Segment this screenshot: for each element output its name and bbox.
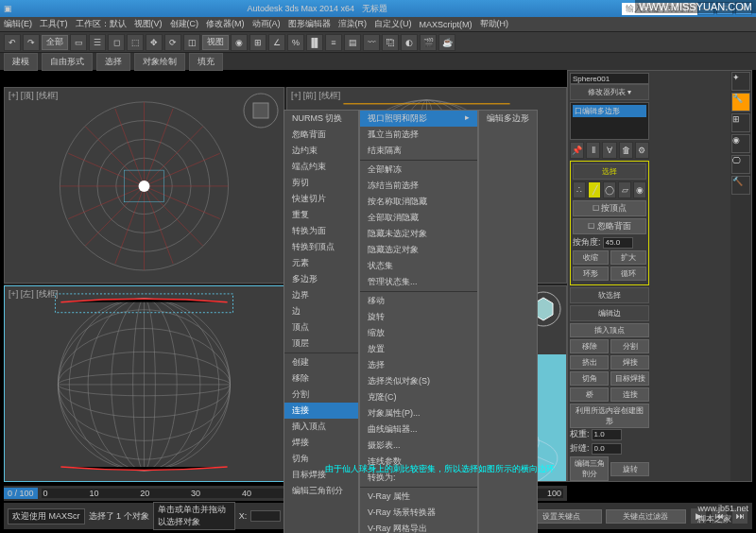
- split-button[interactable]: 分割: [610, 339, 649, 353]
- scale-button[interactable]: ◫: [183, 34, 200, 51]
- tab-create-icon[interactable]: ✦: [731, 72, 750, 91]
- ctx-item[interactable]: 顶层: [284, 335, 358, 352]
- modifier-list-label[interactable]: 修改器列表 ▾: [570, 84, 649, 100]
- menu-workspace[interactable]: 工作区：默认: [76, 18, 127, 30]
- angle-input[interactable]: [603, 237, 633, 249]
- menu-edit[interactable]: 编辑(E): [4, 18, 32, 30]
- schematic-button[interactable]: ⿻: [382, 34, 399, 51]
- ctx-item[interactable]: 顶点: [284, 319, 358, 335]
- ctx-item[interactable]: 管理状态集...: [360, 274, 477, 290]
- remove-mod-icon[interactable]: 🗑: [619, 142, 633, 159]
- ctx-item[interactable]: 移除: [284, 370, 358, 387]
- subobj-border[interactable]: ◯: [603, 181, 616, 198]
- weight-input[interactable]: [592, 429, 622, 440]
- shrink-button[interactable]: 收缩: [573, 250, 609, 265]
- keyfilter-button[interactable]: 关键点过滤器: [606, 509, 686, 524]
- mirror-button[interactable]: ▐▌: [306, 34, 323, 51]
- ctx-item[interactable]: 全部取消隐藏: [360, 210, 477, 226]
- ring-button[interactable]: 环形: [573, 266, 609, 281]
- tab-hierarchy-icon[interactable]: ⊞: [731, 113, 750, 132]
- viewport-top[interactable]: [+] [顶] [线框]: [4, 87, 284, 284]
- tab-motion-icon[interactable]: ◉: [731, 134, 750, 153]
- menu-modifiers[interactable]: 修改器(M): [206, 18, 245, 30]
- tab-selection[interactable]: 选择: [96, 53, 130, 71]
- ctx-editpoly[interactable]: 编辑多边形: [479, 111, 537, 127]
- ctx-item[interactable]: 全部解冻: [360, 162, 477, 178]
- ctx-item[interactable]: V-Ray 网格导出: [360, 521, 477, 533]
- ctx-item[interactable]: 对象属性(P)...: [360, 405, 477, 421]
- ctx-item[interactable]: 重复: [284, 207, 358, 223]
- extrude-button[interactable]: 挤出: [570, 355, 609, 370]
- viewport-left[interactable]: [+] [左] [线框]: [4, 285, 284, 482]
- ctx-item[interactable]: 编辑三角剖分: [284, 483, 358, 499]
- ctx-item[interactable]: 曲线编辑器...: [360, 421, 477, 438]
- ctx-item[interactable]: 元素: [284, 255, 358, 271]
- ignoreback-check[interactable]: ☐ 忽略背面: [573, 218, 646, 234]
- modifier-stack[interactable]: 口编辑多边形: [570, 102, 649, 140]
- config-icon[interactable]: ⚙: [635, 142, 649, 159]
- ctx-item[interactable]: 端点约束: [284, 159, 358, 175]
- menu-view[interactable]: 视图(V): [134, 18, 163, 30]
- menu-grapheditor[interactable]: 图形编辑器: [288, 18, 331, 30]
- ctx-item[interactable]: 忽略背面: [284, 127, 358, 143]
- selection-rollout[interactable]: 选择: [573, 163, 646, 180]
- x-input[interactable]: [250, 510, 281, 522]
- refcoord-dropdown[interactable]: 视图: [202, 35, 229, 50]
- ctx-item[interactable]: 多边形: [284, 271, 358, 287]
- make-unique-icon[interactable]: ∀: [602, 142, 616, 159]
- targetweld-button[interactable]: 目标焊接: [610, 371, 649, 386]
- tab-modeling[interactable]: 建模: [4, 53, 38, 71]
- snap-button[interactable]: ⊞: [249, 34, 266, 51]
- material-button[interactable]: ◐: [401, 34, 418, 51]
- ctx-item[interactable]: V-Ray 属性: [360, 489, 477, 505]
- tab-utilities-icon[interactable]: 🔨: [731, 176, 750, 195]
- render-setup-button[interactable]: 🎬: [420, 34, 437, 51]
- render-button[interactable]: ☕: [438, 34, 455, 51]
- ctx-item[interactable]: 隐藏未选定对象: [360, 226, 477, 242]
- select-name-button[interactable]: ☰: [89, 34, 106, 51]
- selection-filter[interactable]: 全部: [42, 35, 68, 50]
- ctx-item[interactable]: 边: [284, 303, 358, 319]
- ctx-item[interactable]: 插入顶点: [284, 419, 358, 435]
- connect-button[interactable]: 连接: [610, 387, 649, 402]
- select-button[interactable]: ▭: [70, 34, 87, 51]
- angle-snap-button[interactable]: ∠: [268, 34, 285, 51]
- tab-modify-icon[interactable]: 🔧: [731, 93, 750, 112]
- ctx-item[interactable]: 结束隔离: [360, 143, 477, 159]
- ctx-item[interactable]: 摄影表...: [360, 438, 477, 454]
- menu-help[interactable]: 帮助(H): [480, 18, 509, 30]
- crease-input[interactable]: [592, 443, 622, 455]
- ctx-item[interactable]: 旋转: [360, 309, 477, 325]
- ctx-vplighting[interactable]: 视口照明和阴影▸: [360, 111, 477, 127]
- percent-snap-button[interactable]: %: [287, 34, 304, 51]
- edittri-button[interactable]: 编辑三角剖分: [570, 456, 609, 481]
- editedges-rollout[interactable]: 编辑边: [570, 305, 649, 321]
- curve-editor-button[interactable]: 〰: [363, 34, 380, 51]
- ctx-item[interactable]: 选择: [360, 357, 477, 373]
- ctx-item[interactable]: 焊接: [284, 435, 358, 451]
- turn-button[interactable]: 旋转: [610, 462, 649, 476]
- ctx-item[interactable]: 快速切片: [284, 191, 358, 207]
- viewcube-tl[interactable]: [242, 92, 280, 129]
- ctx-item[interactable]: 冻结当前选择: [360, 178, 477, 194]
- weld-button[interactable]: 焊接: [610, 355, 649, 370]
- ctx-item[interactable]: 分割: [284, 387, 358, 403]
- ctx-item[interactable]: 移动: [360, 293, 477, 309]
- tab-populate[interactable]: 填充: [189, 53, 223, 71]
- tab-display-icon[interactable]: 🖵: [731, 155, 750, 174]
- ctx-item[interactable]: 孤立当前选择: [360, 127, 477, 143]
- subobj-edge[interactable]: ╱: [588, 181, 601, 198]
- menu-create[interactable]: 创建(C): [170, 18, 199, 30]
- rotate-button[interactable]: ⟳: [164, 34, 181, 51]
- subobj-vertex[interactable]: ∴: [573, 181, 586, 198]
- menu-animation[interactable]: 动画(A): [252, 18, 281, 30]
- grow-button[interactable]: 扩大: [610, 250, 646, 265]
- redo-button[interactable]: ↷: [23, 34, 40, 51]
- object-name-field[interactable]: [570, 73, 649, 84]
- createshape-button[interactable]: 利用所选内容创建图形: [570, 404, 649, 428]
- ctx-item[interactable]: V-Ray 场景转换器: [360, 505, 477, 521]
- remove-button[interactable]: 移除: [570, 339, 609, 353]
- chamfer-button[interactable]: 切角: [570, 371, 609, 386]
- move-button[interactable]: ✥: [146, 34, 163, 51]
- pivot-button[interactable]: ◉: [231, 34, 248, 51]
